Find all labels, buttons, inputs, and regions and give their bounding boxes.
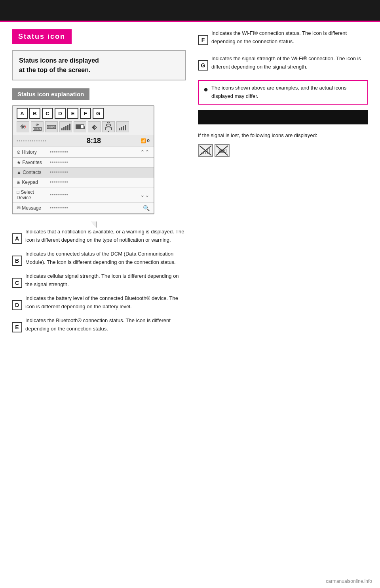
section-g: G Indicates the signal strength of the W… [198, 55, 368, 73]
menu-item-message[interactable]: ✉ Message ••••••••• 🔍 [13, 203, 154, 214]
section-d-text: Indicates the battery level of the conne… [25, 294, 186, 311]
dcm-icon-1: ⟳ DCM [31, 121, 44, 132]
info-line1: Status icons are displayed at the top of… [19, 56, 179, 75]
icon-label-g: G [93, 108, 104, 119]
section-label-c: C [12, 278, 22, 288]
menu-item-keypad[interactable]: ⊞ Keypad ••••••••• [13, 178, 154, 187]
section-label-e: E [12, 322, 22, 332]
signal-icon [59, 121, 72, 132]
section-label-g: G [198, 60, 208, 71]
section-label-f: F [198, 35, 208, 45]
section-d: D Indicates the battery level of the con… [12, 294, 186, 313]
section-label-d: D [12, 300, 22, 310]
section-a: A Indicates that a notification is avail… [12, 228, 186, 246]
section-label-b: B [12, 256, 22, 266]
bubble-tail [91, 221, 97, 228]
explanation-heading: Status icon explanation [12, 88, 89, 100]
section-a-text: Indicates that a notification is availab… [25, 228, 186, 244]
menu-item-select-device[interactable]: □ Select Device ••••••••• ⌄⌄ [13, 187, 154, 203]
battery-icon [74, 121, 86, 132]
watermark: carmanualsonline.info [326, 578, 372, 584]
right-column: F Indicates the Wi-Fi® connection status… [198, 29, 368, 339]
section-b-text: Indicates the connected status of the DC… [25, 250, 186, 267]
section-b: B Indicates the connected status of the … [12, 250, 186, 268]
no-signal-icons-row: DCM [198, 144, 368, 157]
no-signal-note: If the signal is lost, the following ico… [198, 132, 368, 140]
icon-label-b: B [29, 108, 40, 119]
no-signal-icon-1 [198, 144, 213, 157]
icon-label-d: D [55, 108, 66, 119]
top-bar [0, 0, 380, 21]
screen-password-dots: •••••••••••••• [17, 139, 47, 143]
icon-label-f: F [80, 108, 91, 119]
left-column: Status icon Status icons are displayed a… [12, 29, 186, 339]
screen-status-icons: 📶 0 [141, 138, 150, 143]
no-signal-icon-2: DCM [215, 144, 230, 157]
menu-item-contacts[interactable]: ▲ Contacts ••••••••• [13, 168, 154, 178]
note-box: ● The icons shown above are examples, an… [198, 80, 368, 105]
section-f-text: Indicates the Wi-Fi® connection status. … [211, 29, 368, 46]
menu-item-favorites[interactable]: ★ Favorites ••••••••• [13, 158, 154, 168]
black-info-box [198, 110, 368, 124]
icons-row: ☀! ⟳ DCM DCM [13, 120, 154, 135]
section-e-text: Indicates the Bluetooth® connection stat… [25, 317, 186, 333]
screen-status-bar: •••••••••••••• 8:18 📶 0 [13, 135, 154, 147]
section-c-text: Indicates cellular signal strength. The … [25, 272, 186, 289]
icon-label-c: C [42, 108, 53, 119]
section-label-a: A [12, 233, 22, 244]
screen-mock: A B C D E F G ☀! ⟳ DCM DCM [12, 105, 154, 214]
section-f: F Indicates the Wi-Fi® connection status… [198, 29, 368, 48]
wifi-icon [102, 121, 115, 132]
notification-icon: ☀! [17, 121, 29, 132]
note-bullet: ● [203, 85, 208, 94]
dcm-icon-2: DCM [45, 121, 58, 132]
screen-menu: ⊙ History ••••••••• ⌃⌃ ★ Favorites •••••… [13, 147, 154, 214]
bluetooth-icon: ⬖ [88, 121, 101, 132]
section-e: E Indicates the Bluetooth® connection st… [12, 317, 186, 335]
status-icon-heading: Status icon [12, 29, 72, 44]
note-text: The icons shown above are examples, and … [211, 84, 363, 101]
screen-time: 8:18 [87, 137, 101, 145]
menu-item-history[interactable]: ⊙ History ••••••••• ⌃⌃ [13, 147, 154, 158]
icon-labels-row: A B C D E F G [13, 106, 154, 119]
wifi-signal-icon [116, 121, 129, 132]
info-box: Status icons are displayed at the top of… [12, 50, 186, 80]
section-g-text: Indicates the signal strength of the Wi-… [211, 55, 368, 71]
icon-label-a: A [17, 108, 28, 119]
icon-label-e: E [67, 108, 78, 119]
section-c: C Indicates cellular signal strength. Th… [12, 272, 186, 290]
